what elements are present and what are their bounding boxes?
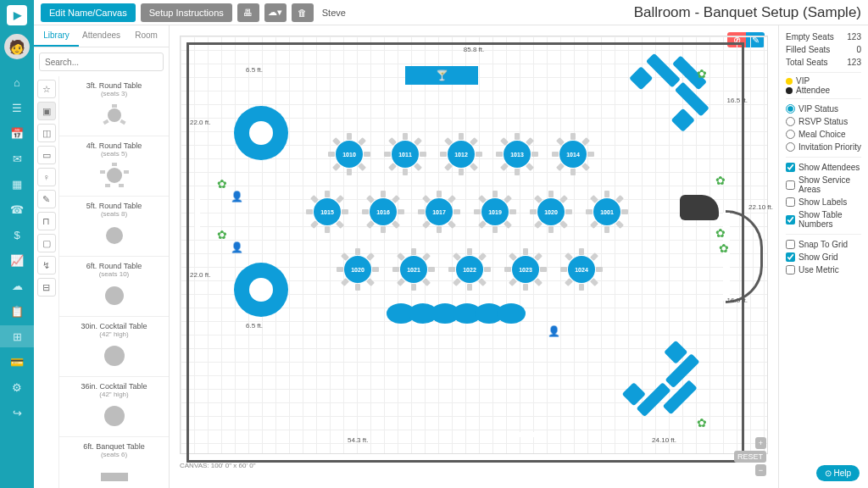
checkbox-show-attendees[interactable]: Show Attendees bbox=[786, 161, 861, 174]
plant-icon[interactable]: ✿ bbox=[715, 227, 727, 239]
nav-chart-icon[interactable]: 📈 bbox=[0, 249, 34, 271]
tool-door-icon[interactable]: ◫ bbox=[37, 124, 56, 142]
round-table[interactable]: 1001 bbox=[588, 193, 626, 230]
tool-table-icon[interactable]: ▣ bbox=[37, 102, 56, 120]
library-item[interactable]: 36in. Cocktail Table(42" high) bbox=[59, 377, 169, 437]
svg-rect-2 bbox=[103, 119, 108, 125]
tab-attendees[interactable]: Attendees bbox=[79, 25, 124, 47]
app-logo-icon[interactable]: ▶ bbox=[7, 5, 27, 25]
attendee-icon[interactable]: 👤 bbox=[231, 191, 241, 202]
dim: 6.5 ft. bbox=[246, 322, 263, 330]
dim: 24.10 ft. bbox=[652, 436, 676, 444]
round-table[interactable]: 1024 bbox=[563, 251, 600, 288]
door[interactable] bbox=[509, 432, 542, 437]
checkbox-use-metric[interactable]: Use Metric bbox=[786, 263, 861, 276]
nav-upload-icon[interactable]: ☁ bbox=[0, 274, 34, 297]
checkbox-snap-to-grid[interactable]: Snap To Grid bbox=[786, 238, 861, 251]
round-table[interactable]: 1017 bbox=[420, 193, 458, 230]
nav-people-icon[interactable]: ☰ bbox=[0, 97, 34, 119]
dim: 16.5 ft. bbox=[727, 97, 748, 104]
door[interactable] bbox=[195, 195, 200, 229]
radio-meal-choice[interactable]: Meal Choice bbox=[786, 128, 861, 141]
empty-seats-label: Empty Seats bbox=[786, 32, 834, 42]
library-search-input[interactable] bbox=[39, 53, 164, 71]
round-table[interactable]: 1012 bbox=[442, 136, 480, 173]
nav-money-icon[interactable]: $ bbox=[0, 224, 34, 246]
nav-tickets-icon[interactable]: ▦ bbox=[0, 173, 34, 195]
library-item[interactable]: 30in. Cocktail Table(42" high) bbox=[59, 317, 169, 377]
checkbox-show-service-areas[interactable]: Show Service Areas bbox=[786, 174, 861, 196]
round-table[interactable]: 1014 bbox=[554, 136, 592, 173]
bar-table[interactable]: 🍸 bbox=[405, 66, 478, 85]
round-table[interactable]: 1023 bbox=[507, 251, 544, 288]
plant-icon[interactable]: ✿ bbox=[217, 178, 229, 190]
tool-misc-icon[interactable]: ⊟ bbox=[37, 278, 56, 297]
serpentine-table[interactable] bbox=[387, 305, 539, 322]
nav-card-icon[interactable]: 💳 bbox=[0, 351, 34, 373]
reset-button[interactable]: RESET bbox=[734, 451, 766, 463]
buffet-table[interactable] bbox=[234, 263, 288, 317]
zoom-in-button[interactable]: + bbox=[755, 437, 766, 449]
nav-logout-icon[interactable]: ↪ bbox=[0, 402, 34, 424]
round-table[interactable]: 1010 bbox=[331, 136, 368, 173]
plant-icon[interactable]: ✿ bbox=[715, 175, 727, 186]
attendee-icon[interactable]: 👤 bbox=[548, 325, 558, 337]
library-item[interactable]: 5ft. Round Table(seats 8) bbox=[59, 197, 169, 257]
download-button[interactable]: ☁▾ bbox=[264, 3, 287, 22]
help-button[interactable]: ⊙ Help bbox=[816, 465, 860, 481]
plant-icon[interactable]: ✿ bbox=[697, 68, 709, 80]
tool-star-icon[interactable]: ☆ bbox=[37, 80, 56, 98]
tool-book-icon[interactable]: ▭ bbox=[37, 146, 56, 164]
plant-icon[interactable]: ✿ bbox=[697, 417, 709, 429]
nav-phone-icon[interactable]: ☎ bbox=[0, 198, 34, 220]
tab-library[interactable]: Library bbox=[34, 25, 79, 47]
user-avatar[interactable]: 🧑 bbox=[4, 34, 30, 59]
round-table[interactable]: 1013 bbox=[498, 136, 536, 173]
canvas[interactable]: ⊘ ✎ 85.8 ft. 6.5 ft. 22.0 ft. 22.0 ft. 6… bbox=[170, 25, 778, 488]
nav-calendar-icon[interactable]: 📅 bbox=[0, 122, 34, 144]
round-table[interactable]: 1021 bbox=[395, 251, 432, 288]
svg-rect-9 bbox=[119, 184, 124, 187]
edit-name-button[interactable]: Edit Name/Canvas bbox=[41, 3, 136, 22]
library-item[interactable]: 6ft. Round Table(seats 10) bbox=[59, 257, 169, 317]
tool-chair-icon[interactable]: ⊓ bbox=[37, 212, 56, 230]
zoom-out-button[interactable]: − bbox=[755, 464, 766, 476]
round-table[interactable]: 1015 bbox=[309, 193, 346, 230]
nav-home-icon[interactable]: ⌂ bbox=[0, 71, 34, 93]
print-button[interactable]: 🖶 bbox=[237, 3, 259, 22]
nav-clipboard-icon[interactable]: 📋 bbox=[0, 300, 34, 322]
nav-settings-icon[interactable]: ⚙ bbox=[0, 376, 34, 398]
round-table[interactable]: 1019 bbox=[476, 193, 514, 230]
svg-rect-1 bbox=[112, 104, 117, 108]
library-item[interactable]: 3ft. Round Table(seats 3) bbox=[59, 76, 169, 136]
plant-icon[interactable]: ✿ bbox=[217, 229, 229, 241]
dim-top: 85.8 ft. bbox=[464, 46, 484, 53]
radio-rsvp-status[interactable]: RSVP Status bbox=[786, 115, 861, 128]
filled-seats-value: 0 bbox=[856, 45, 861, 54]
tab-room[interactable]: Room bbox=[124, 25, 169, 47]
tool-light-icon[interactable]: ♀ bbox=[37, 168, 56, 186]
round-table[interactable]: 1020 bbox=[339, 251, 376, 288]
round-table[interactable]: 1020 bbox=[532, 193, 570, 230]
tool-stage-icon[interactable]: ▢ bbox=[37, 234, 56, 252]
round-table[interactable]: 1022 bbox=[451, 251, 488, 288]
library-item[interactable]: 4ft. Round Table(seats 5) bbox=[59, 136, 169, 197]
radio-vip-status[interactable]: VIP Status bbox=[786, 103, 861, 115]
plant-icon[interactable]: ✿ bbox=[719, 242, 731, 254]
buffet-table[interactable] bbox=[234, 106, 288, 160]
attendee-icon[interactable]: 👤 bbox=[231, 241, 241, 253]
checkbox-show-labels[interactable]: Show Labels bbox=[786, 196, 861, 208]
tool-path-icon[interactable]: ↯ bbox=[37, 256, 56, 274]
delete-button[interactable]: 🗑 bbox=[292, 3, 314, 22]
setup-instructions-button[interactable]: Setup Instructions bbox=[141, 3, 232, 22]
library-item[interactable]: 6ft. Banquet Table(seats 6) bbox=[59, 437, 169, 488]
tool-pen-icon[interactable]: ✎ bbox=[37, 190, 56, 208]
round-table[interactable]: 1011 bbox=[387, 136, 424, 173]
round-table[interactable]: 1016 bbox=[364, 193, 402, 230]
nav-floorplan-icon[interactable]: ⊞ bbox=[0, 325, 34, 347]
piano[interactable] bbox=[680, 195, 719, 220]
radio-invitation-priority[interactable]: Invitation Priority bbox=[786, 141, 861, 153]
checkbox-show-table-numbers[interactable]: Show Table Numbers bbox=[786, 208, 861, 230]
nav-mail-icon[interactable]: ✉ bbox=[0, 147, 34, 169]
checkbox-show-grid[interactable]: Show Grid bbox=[786, 251, 861, 263]
